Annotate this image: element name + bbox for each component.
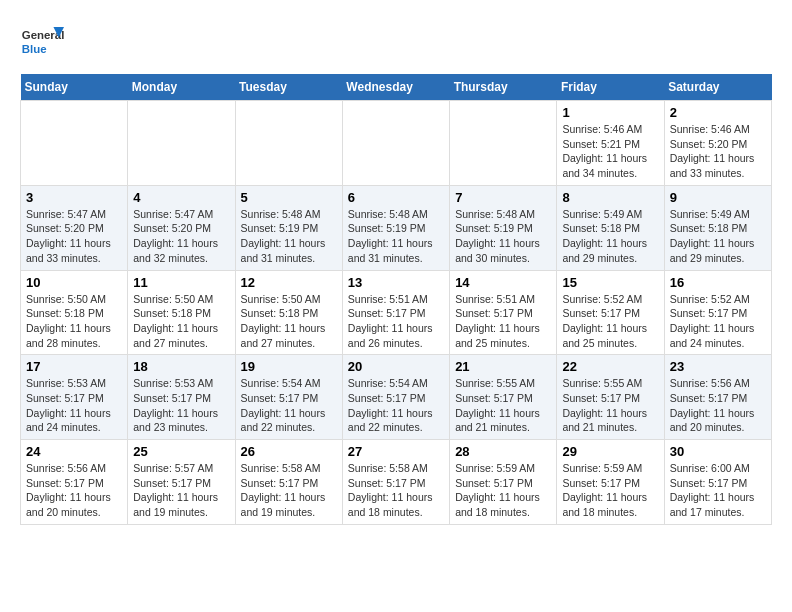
day-info: Sunrise: 5:52 AM Sunset: 5:17 PM Dayligh… — [562, 292, 658, 351]
day-number: 14 — [455, 275, 551, 290]
day-cell: 4Sunrise: 5:47 AM Sunset: 5:20 PM Daylig… — [128, 185, 235, 270]
header-cell-monday: Monday — [128, 74, 235, 101]
day-number: 3 — [26, 190, 122, 205]
day-cell: 13Sunrise: 5:51 AM Sunset: 5:17 PM Dayli… — [342, 270, 449, 355]
day-cell: 14Sunrise: 5:51 AM Sunset: 5:17 PM Dayli… — [450, 270, 557, 355]
day-number: 21 — [455, 359, 551, 374]
day-cell — [342, 101, 449, 186]
logo: General Blue — [20, 20, 64, 64]
day-info: Sunrise: 5:49 AM Sunset: 5:18 PM Dayligh… — [562, 207, 658, 266]
day-cell: 7Sunrise: 5:48 AM Sunset: 5:19 PM Daylig… — [450, 185, 557, 270]
day-cell: 15Sunrise: 5:52 AM Sunset: 5:17 PM Dayli… — [557, 270, 664, 355]
day-cell: 6Sunrise: 5:48 AM Sunset: 5:19 PM Daylig… — [342, 185, 449, 270]
day-number: 26 — [241, 444, 337, 459]
day-info: Sunrise: 5:51 AM Sunset: 5:17 PM Dayligh… — [455, 292, 551, 351]
day-cell: 1Sunrise: 5:46 AM Sunset: 5:21 PM Daylig… — [557, 101, 664, 186]
day-number: 13 — [348, 275, 444, 290]
day-info: Sunrise: 5:55 AM Sunset: 5:17 PM Dayligh… — [562, 376, 658, 435]
logo-icon: General Blue — [20, 20, 64, 64]
day-number: 9 — [670, 190, 766, 205]
day-info: Sunrise: 6:00 AM Sunset: 5:17 PM Dayligh… — [670, 461, 766, 520]
day-info: Sunrise: 5:54 AM Sunset: 5:17 PM Dayligh… — [348, 376, 444, 435]
day-info: Sunrise: 5:55 AM Sunset: 5:17 PM Dayligh… — [455, 376, 551, 435]
header-cell-sunday: Sunday — [21, 74, 128, 101]
svg-text:Blue: Blue — [22, 43, 47, 55]
day-cell: 17Sunrise: 5:53 AM Sunset: 5:17 PM Dayli… — [21, 355, 128, 440]
day-info: Sunrise: 5:46 AM Sunset: 5:20 PM Dayligh… — [670, 122, 766, 181]
day-cell: 2Sunrise: 5:46 AM Sunset: 5:20 PM Daylig… — [664, 101, 771, 186]
day-info: Sunrise: 5:56 AM Sunset: 5:17 PM Dayligh… — [670, 376, 766, 435]
day-cell — [128, 101, 235, 186]
day-cell: 29Sunrise: 5:59 AM Sunset: 5:17 PM Dayli… — [557, 440, 664, 525]
day-number: 17 — [26, 359, 122, 374]
day-number: 6 — [348, 190, 444, 205]
day-cell: 28Sunrise: 5:59 AM Sunset: 5:17 PM Dayli… — [450, 440, 557, 525]
week-row-2: 3Sunrise: 5:47 AM Sunset: 5:20 PM Daylig… — [21, 185, 772, 270]
day-number: 24 — [26, 444, 122, 459]
page-header: General Blue — [20, 20, 772, 64]
day-cell: 8Sunrise: 5:49 AM Sunset: 5:18 PM Daylig… — [557, 185, 664, 270]
day-cell: 30Sunrise: 6:00 AM Sunset: 5:17 PM Dayli… — [664, 440, 771, 525]
day-cell: 24Sunrise: 5:56 AM Sunset: 5:17 PM Dayli… — [21, 440, 128, 525]
week-row-1: 1Sunrise: 5:46 AM Sunset: 5:21 PM Daylig… — [21, 101, 772, 186]
day-info: Sunrise: 5:56 AM Sunset: 5:17 PM Dayligh… — [26, 461, 122, 520]
day-cell: 21Sunrise: 5:55 AM Sunset: 5:17 PM Dayli… — [450, 355, 557, 440]
day-number: 16 — [670, 275, 766, 290]
day-info: Sunrise: 5:50 AM Sunset: 5:18 PM Dayligh… — [241, 292, 337, 351]
day-info: Sunrise: 5:50 AM Sunset: 5:18 PM Dayligh… — [133, 292, 229, 351]
day-cell: 22Sunrise: 5:55 AM Sunset: 5:17 PM Dayli… — [557, 355, 664, 440]
calendar-table: SundayMondayTuesdayWednesdayThursdayFrid… — [20, 74, 772, 525]
day-info: Sunrise: 5:51 AM Sunset: 5:17 PM Dayligh… — [348, 292, 444, 351]
day-number: 30 — [670, 444, 766, 459]
day-cell: 26Sunrise: 5:58 AM Sunset: 5:17 PM Dayli… — [235, 440, 342, 525]
day-number: 11 — [133, 275, 229, 290]
day-info: Sunrise: 5:46 AM Sunset: 5:21 PM Dayligh… — [562, 122, 658, 181]
day-number: 5 — [241, 190, 337, 205]
day-number: 22 — [562, 359, 658, 374]
day-info: Sunrise: 5:48 AM Sunset: 5:19 PM Dayligh… — [241, 207, 337, 266]
week-row-4: 17Sunrise: 5:53 AM Sunset: 5:17 PM Dayli… — [21, 355, 772, 440]
day-info: Sunrise: 5:49 AM Sunset: 5:18 PM Dayligh… — [670, 207, 766, 266]
day-info: Sunrise: 5:50 AM Sunset: 5:18 PM Dayligh… — [26, 292, 122, 351]
week-row-3: 10Sunrise: 5:50 AM Sunset: 5:18 PM Dayli… — [21, 270, 772, 355]
header-row: SundayMondayTuesdayWednesdayThursdayFrid… — [21, 74, 772, 101]
day-cell — [450, 101, 557, 186]
day-info: Sunrise: 5:47 AM Sunset: 5:20 PM Dayligh… — [26, 207, 122, 266]
week-row-5: 24Sunrise: 5:56 AM Sunset: 5:17 PM Dayli… — [21, 440, 772, 525]
day-number: 28 — [455, 444, 551, 459]
day-cell: 5Sunrise: 5:48 AM Sunset: 5:19 PM Daylig… — [235, 185, 342, 270]
day-cell — [235, 101, 342, 186]
day-cell: 25Sunrise: 5:57 AM Sunset: 5:17 PM Dayli… — [128, 440, 235, 525]
day-number: 2 — [670, 105, 766, 120]
day-cell: 23Sunrise: 5:56 AM Sunset: 5:17 PM Dayli… — [664, 355, 771, 440]
day-info: Sunrise: 5:48 AM Sunset: 5:19 PM Dayligh… — [348, 207, 444, 266]
day-cell: 9Sunrise: 5:49 AM Sunset: 5:18 PM Daylig… — [664, 185, 771, 270]
day-info: Sunrise: 5:58 AM Sunset: 5:17 PM Dayligh… — [241, 461, 337, 520]
day-number: 29 — [562, 444, 658, 459]
day-number: 18 — [133, 359, 229, 374]
day-info: Sunrise: 5:53 AM Sunset: 5:17 PM Dayligh… — [133, 376, 229, 435]
day-number: 15 — [562, 275, 658, 290]
day-cell: 19Sunrise: 5:54 AM Sunset: 5:17 PM Dayli… — [235, 355, 342, 440]
day-number: 10 — [26, 275, 122, 290]
day-info: Sunrise: 5:58 AM Sunset: 5:17 PM Dayligh… — [348, 461, 444, 520]
day-info: Sunrise: 5:52 AM Sunset: 5:17 PM Dayligh… — [670, 292, 766, 351]
day-number: 20 — [348, 359, 444, 374]
day-cell: 16Sunrise: 5:52 AM Sunset: 5:17 PM Dayli… — [664, 270, 771, 355]
day-info: Sunrise: 5:59 AM Sunset: 5:17 PM Dayligh… — [455, 461, 551, 520]
day-cell: 11Sunrise: 5:50 AM Sunset: 5:18 PM Dayli… — [128, 270, 235, 355]
day-info: Sunrise: 5:59 AM Sunset: 5:17 PM Dayligh… — [562, 461, 658, 520]
day-cell: 12Sunrise: 5:50 AM Sunset: 5:18 PM Dayli… — [235, 270, 342, 355]
header-cell-friday: Friday — [557, 74, 664, 101]
day-number: 19 — [241, 359, 337, 374]
day-cell — [21, 101, 128, 186]
day-cell: 20Sunrise: 5:54 AM Sunset: 5:17 PM Dayli… — [342, 355, 449, 440]
day-cell: 3Sunrise: 5:47 AM Sunset: 5:20 PM Daylig… — [21, 185, 128, 270]
day-cell: 27Sunrise: 5:58 AM Sunset: 5:17 PM Dayli… — [342, 440, 449, 525]
day-number: 7 — [455, 190, 551, 205]
day-info: Sunrise: 5:54 AM Sunset: 5:17 PM Dayligh… — [241, 376, 337, 435]
day-number: 25 — [133, 444, 229, 459]
header-cell-thursday: Thursday — [450, 74, 557, 101]
day-cell: 18Sunrise: 5:53 AM Sunset: 5:17 PM Dayli… — [128, 355, 235, 440]
day-number: 27 — [348, 444, 444, 459]
